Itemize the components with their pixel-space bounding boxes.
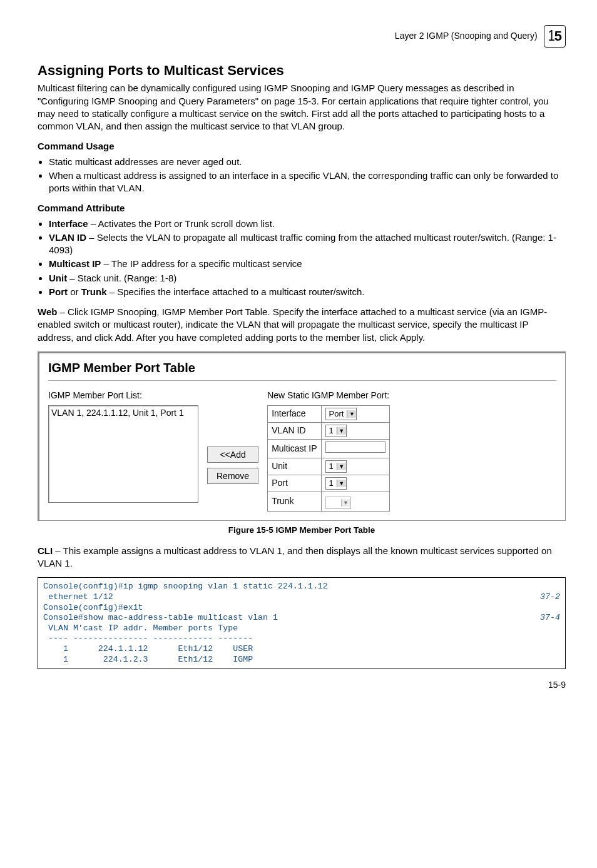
divider — [48, 380, 556, 381]
form-table: Interface Port▼ VLAN ID 1▼ Multicast IP … — [267, 405, 389, 512]
code-block: Console(config)#ip igmp snooping vlan 1 … — [38, 577, 566, 669]
add-button[interactable]: <<Add — [207, 447, 258, 463]
command-attribute-list: Interface – Activates the Port or Trunk … — [38, 218, 566, 299]
section-title: Assigning Ports to Multicast Services — [38, 61, 566, 80]
button-column: <<Add Remove — [207, 390, 258, 512]
attr-text: – Specifies the interface attached to a … — [107, 286, 365, 297]
igmp-screenshot: IGMP Member Port Table IGMP Member Port … — [38, 351, 566, 521]
code-pageref: 37-2 — [540, 592, 560, 603]
web-text: – Click IGMP Snooping, IGMP Member Port … — [38, 306, 547, 343]
chevron-down-icon: ▼ — [347, 410, 356, 418]
right-column: New Static IGMP Member Port: Interface P… — [267, 390, 389, 512]
trunk-label: Trunk — [268, 492, 321, 511]
unit-select[interactable]: 1▼ — [325, 460, 347, 473]
attr-item: Unit – Stack unit. (Range: 1-8) — [49, 272, 566, 285]
attr-mid: or — [68, 286, 81, 297]
intro-paragraph: Multicast filtering can be dynamically c… — [38, 82, 566, 133]
cli-paragraph: CLI – This example assigns a multicast a… — [38, 545, 566, 570]
left-column: IGMP Member Port List: VLAN 1, 224.1.1.1… — [48, 390, 198, 512]
attr-item: Port or Trunk – Specifies the interface … — [49, 286, 566, 298]
web-lead: Web — [38, 306, 57, 317]
command-usage-list: Static multicast addresses are never age… — [38, 156, 566, 195]
code-line: ---- --------------- ------------ ------… — [43, 633, 253, 643]
figure-caption: Figure 15-5 IGMP Member Port Table — [38, 525, 566, 536]
chapter-digit-1: 1 — [548, 26, 554, 46]
code-line: Console(config)#ip igmp snooping vlan 1 … — [43, 582, 333, 591]
attr-text: – Stack unit. (Range: 1-8) — [67, 273, 176, 283]
attr-item: Interface – Activates the Port or Trunk … — [49, 218, 566, 230]
cli-lead: CLI — [38, 545, 53, 556]
attr-bold: Multicast IP — [49, 258, 101, 269]
attr-bold: Trunk — [81, 286, 107, 297]
code-line: VLAN M'cast IP addr. Member ports Type — [43, 623, 238, 633]
member-port-listbox[interactable]: VLAN 1, 224.1.1.12, Unit 1, Port 1 — [48, 405, 198, 503]
screenshot-title: IGMP Member Port Table — [48, 360, 556, 376]
trunk-select[interactable]: ▼ — [325, 497, 351, 509]
cli-text: – This example assigns a multicast addre… — [38, 545, 552, 568]
unit-label: Unit — [268, 458, 321, 475]
header-text: Layer 2 IGMP (Snooping and Query) — [395, 30, 538, 42]
attr-item: VLAN ID – Selects the VLAN to propagate … — [49, 231, 566, 257]
new-member-label: New Static IGMP Member Port: — [267, 390, 389, 401]
code-pageref: 37-4 — [540, 613, 560, 623]
command-attribute-heading: Command Attribute — [38, 202, 566, 214]
attr-text: – Selects the VLAN to propagate all mult… — [49, 232, 556, 255]
attr-item: Multicast IP – The IP address for a spec… — [49, 258, 566, 270]
list-item[interactable]: VLAN 1, 224.1.1.12, Unit 1, Port 1 — [51, 407, 195, 419]
code-line: Console#show mac-address-table multicast… — [43, 613, 278, 622]
member-list-label: IGMP Member Port List: — [48, 390, 198, 401]
interface-label: Interface — [268, 405, 321, 422]
multicast-ip-label: Multicast IP — [268, 439, 321, 458]
attr-bold: Unit — [49, 273, 67, 283]
vlan-id-label: VLAN ID — [268, 422, 321, 439]
chevron-down-icon: ▼ — [341, 499, 350, 507]
attr-bold: Interface — [49, 218, 88, 229]
attr-text: – The IP address for a specific multicas… — [101, 258, 302, 269]
page-number: 15-9 — [38, 679, 566, 691]
port-select[interactable]: 1▼ — [325, 477, 347, 490]
chevron-down-icon: ▼ — [337, 463, 346, 470]
code-line: 1 224.1.1.12 Eth1/12 USER — [43, 644, 253, 654]
chapter-digit-2: 5 — [554, 27, 561, 46]
chevron-down-icon: ▼ — [337, 480, 346, 487]
command-usage-heading: Command Usage — [38, 140, 566, 153]
multicast-ip-input[interactable] — [325, 442, 385, 453]
remove-button[interactable]: Remove — [207, 468, 258, 484]
chevron-down-icon: ▼ — [337, 427, 346, 435]
attr-bold: VLAN ID — [49, 232, 86, 243]
vlan-id-select[interactable]: 1▼ — [325, 425, 347, 437]
usage-item: When a multicast address is assigned to … — [49, 169, 566, 195]
attr-bold: Port — [49, 286, 68, 297]
port-label: Port — [268, 475, 321, 492]
code-line: 1 224.1.2.3 Eth1/12 IGMP — [43, 655, 253, 664]
attr-text: – Activates the Port or Trunk scroll dow… — [88, 218, 275, 229]
chapter-badge: 15 — [544, 25, 566, 48]
code-line: ethernet 1/12 — [43, 592, 113, 602]
page-header: Layer 2 IGMP (Snooping and Query) 15 — [38, 25, 566, 48]
code-line: Console(config)#exit — [43, 603, 143, 612]
web-paragraph: Web – Click IGMP Snooping, IGMP Member P… — [38, 306, 566, 344]
usage-item: Static multicast addresses are never age… — [49, 156, 566, 168]
interface-select[interactable]: Port▼ — [325, 408, 357, 420]
